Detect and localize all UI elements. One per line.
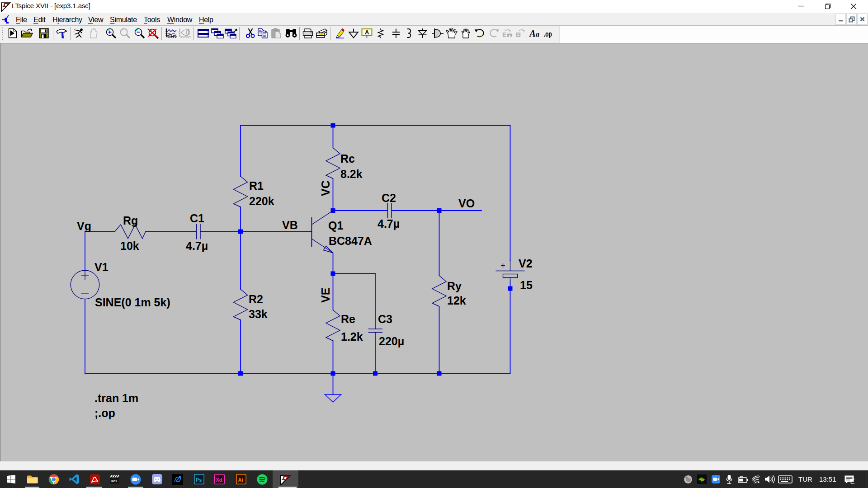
svg-text:E: E — [502, 31, 506, 38]
svg-text:SINE(0 1m 5k): SINE(0 1m 5k) — [95, 296, 170, 309]
svg-text:VB: VB — [282, 219, 298, 231]
svg-text:A: A — [529, 28, 536, 39]
svg-text:a: a — [536, 30, 539, 38]
svg-text:Ry: Ry — [447, 280, 462, 292]
svg-text:C1: C1 — [190, 212, 204, 225]
svg-text:Re: Re — [341, 313, 355, 325]
svg-text:V1: V1 — [94, 261, 108, 273]
svg-text:Rg: Rg — [123, 214, 138, 227]
svg-text:;.op: ;.op — [94, 407, 115, 419]
svg-text:8.2k: 8.2k — [340, 168, 363, 180]
svg-text:.op: .op — [544, 30, 552, 38]
svg-text:A: A — [365, 29, 369, 36]
svg-text:1.2k: 1.2k — [341, 330, 363, 343]
svg-text:E: E — [517, 31, 521, 38]
svg-text:10k: 10k — [120, 239, 139, 252]
svg-text:33k: 33k — [249, 308, 268, 320]
svg-text:12k: 12k — [447, 294, 466, 307]
svg-text:220k: 220k — [249, 195, 274, 207]
svg-text:Q1: Q1 — [328, 219, 343, 232]
svg-text:15: 15 — [520, 279, 533, 291]
svg-text:Vg: Vg — [77, 220, 91, 232]
svg-text:VE: VE — [319, 288, 332, 303]
svg-text:C2: C2 — [382, 192, 396, 204]
svg-text:321: 321 — [111, 479, 118, 483]
svg-text:Ps: Ps — [196, 477, 202, 483]
svg-text:Rc: Rc — [340, 152, 355, 165]
svg-text:R2: R2 — [249, 293, 263, 305]
svg-text:VO: VO — [458, 197, 475, 210]
svg-text:Xd: Xd — [216, 477, 222, 483]
svg-text:4.7µ: 4.7µ — [377, 217, 400, 230]
svg-text:R1: R1 — [249, 179, 264, 192]
svg-text:4.7µ: 4.7µ — [186, 239, 208, 252]
svg-text:220µ: 220µ — [379, 335, 404, 347]
svg-text:Ai: Ai — [238, 477, 243, 483]
svg-text:V2: V2 — [519, 257, 533, 270]
svg-text:C3: C3 — [378, 313, 392, 325]
svg-text:.tran 1m: .tran 1m — [94, 392, 138, 404]
svg-text:VC: VC — [319, 180, 332, 196]
svg-text:BC847A: BC847A — [329, 235, 372, 247]
